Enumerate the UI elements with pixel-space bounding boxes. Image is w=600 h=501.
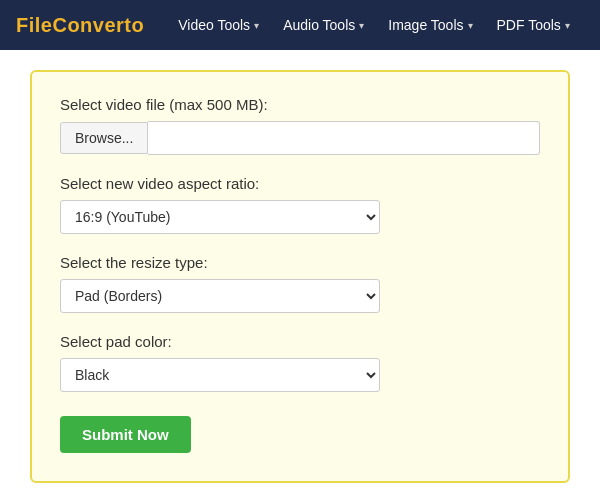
brand-text-main: FileConvert bbox=[16, 14, 132, 36]
nav-link-video[interactable]: Video Tools ▾ bbox=[168, 11, 269, 39]
file-input-group: Select video file (max 500 MB): Browse..… bbox=[60, 96, 540, 155]
nav-link-pdf[interactable]: PDF Tools ▾ bbox=[487, 11, 580, 39]
nav-label-image: Image Tools bbox=[388, 17, 463, 33]
main-content: Select video file (max 500 MB): Browse..… bbox=[0, 50, 600, 501]
chevron-down-icon: ▾ bbox=[468, 20, 473, 31]
aspect-ratio-select[interactable]: 16:9 (YouTube) 4:3 (Standard) 1:1 (Squar… bbox=[60, 200, 380, 234]
brand-highlight: o bbox=[132, 14, 145, 36]
browse-button[interactable]: Browse... bbox=[60, 122, 148, 154]
submit-button[interactable]: Submit Now bbox=[60, 416, 191, 453]
aspect-ratio-label: Select new video aspect ratio: bbox=[60, 175, 540, 192]
chevron-down-icon: ▾ bbox=[565, 20, 570, 31]
brand-logo[interactable]: FileConverto bbox=[16, 14, 144, 37]
file-label: Select video file (max 500 MB): bbox=[60, 96, 540, 113]
chevron-down-icon: ▾ bbox=[254, 20, 259, 31]
nav-label-audio: Audio Tools bbox=[283, 17, 355, 33]
file-input-row: Browse... bbox=[60, 121, 540, 155]
navbar: FileConverto Video Tools ▾ Audio Tools ▾… bbox=[0, 0, 600, 50]
aspect-ratio-group: Select new video aspect ratio: 16:9 (You… bbox=[60, 175, 540, 234]
nav-link-image[interactable]: Image Tools ▾ bbox=[378, 11, 482, 39]
pad-color-group: Select pad color: Black White Blue Red G… bbox=[60, 333, 540, 392]
pad-color-select[interactable]: Black White Blue Red Green bbox=[60, 358, 380, 392]
nav-item-audio[interactable]: Audio Tools ▾ bbox=[273, 11, 374, 39]
form-card: Select video file (max 500 MB): Browse..… bbox=[30, 70, 570, 483]
nav-label-pdf: PDF Tools bbox=[497, 17, 561, 33]
nav-item-pdf[interactable]: PDF Tools ▾ bbox=[487, 11, 580, 39]
nav-link-audio[interactable]: Audio Tools ▾ bbox=[273, 11, 374, 39]
resize-type-group: Select the resize type: Pad (Borders) Cr… bbox=[60, 254, 540, 313]
resize-type-label: Select the resize type: bbox=[60, 254, 540, 271]
nav-item-video[interactable]: Video Tools ▾ bbox=[168, 11, 269, 39]
resize-type-select[interactable]: Pad (Borders) Crop Stretch bbox=[60, 279, 380, 313]
nav-menu: Video Tools ▾ Audio Tools ▾ Image Tools … bbox=[168, 11, 580, 39]
nav-label-video: Video Tools bbox=[178, 17, 250, 33]
file-name-display bbox=[148, 121, 540, 155]
pad-color-label: Select pad color: bbox=[60, 333, 540, 350]
chevron-down-icon: ▾ bbox=[359, 20, 364, 31]
nav-item-image[interactable]: Image Tools ▾ bbox=[378, 11, 482, 39]
